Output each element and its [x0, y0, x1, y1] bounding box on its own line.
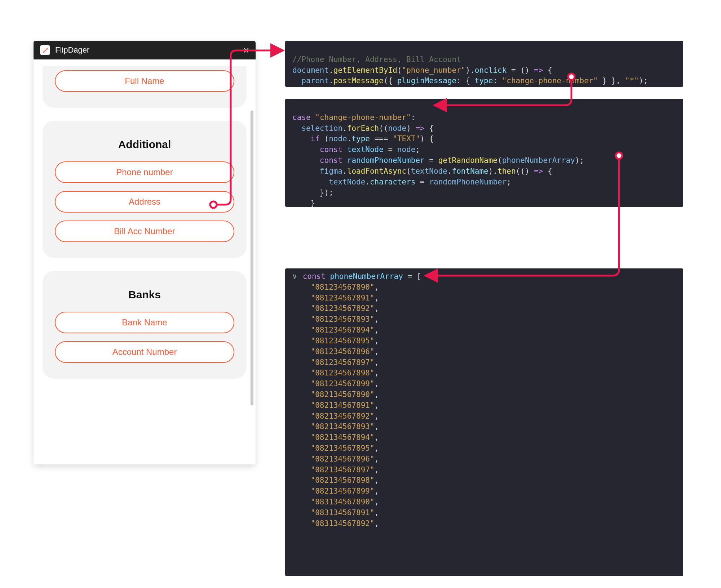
button-label: Bill Acc Number [114, 226, 175, 236]
button-label: Bank Name [122, 317, 167, 327]
button-label: Phone number [116, 167, 173, 177]
plugin-logo-icon [40, 45, 50, 55]
button-label: Address [129, 197, 160, 206]
button-label: Account Number [112, 347, 177, 357]
phone-number-button[interactable]: Phone number [55, 161, 234, 183]
plugin-body: Full Name Additional Phone number Addres… [34, 59, 256, 464]
group-title: Additional [55, 138, 234, 151]
button-label: Full Name [125, 76, 164, 86]
code-snippet-case: case "change-phone-number": selection.fo… [285, 99, 683, 207]
bill-acc-number-button[interactable]: Bill Acc Number [55, 220, 234, 242]
code-snippet-array: ∨ const phoneNumberArray = [ "0812345678… [285, 268, 683, 576]
group-card-banks: Banks Bank Name Account Number [43, 271, 247, 379]
plugin-window: FlipDager × Full Name Additional Phone n… [34, 41, 256, 464]
plugin-title: FlipDager [55, 45, 89, 55]
group-card: Full Name [43, 66, 247, 108]
group-card-additional: Additional Phone number Address Bill Acc… [43, 121, 247, 258]
group-title: Banks [55, 289, 234, 301]
scrollbar[interactable] [251, 111, 253, 405]
close-icon[interactable]: × [243, 45, 249, 55]
account-number-button[interactable]: Account Number [55, 341, 234, 363]
plugin-header: FlipDager × [34, 41, 256, 59]
full-name-button[interactable]: Full Name [55, 70, 234, 92]
address-button[interactable]: Address [55, 191, 234, 213]
code-comment: //Phone Number, Address, Bill Account [292, 55, 461, 64]
code-snippet-onclick: //Phone Number, Address, Bill Account do… [285, 41, 683, 87]
bank-name-button[interactable]: Bank Name [55, 312, 234, 333]
